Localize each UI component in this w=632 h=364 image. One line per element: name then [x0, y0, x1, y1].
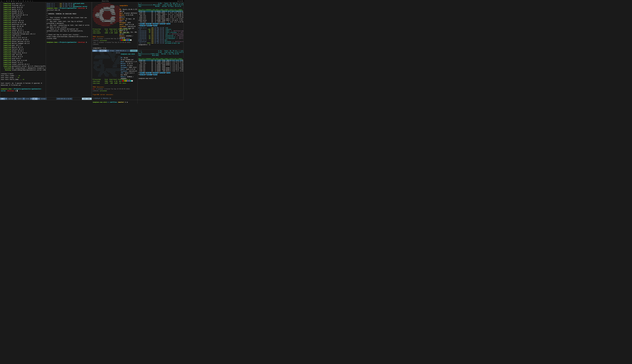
clock: 11:02: [179, 0, 183, 2]
tests-header: running 3 tests: [1, 73, 45, 75]
tmux-tab[interactable]: gm *: [32, 98, 38, 100]
compile-line: Compiling pear v0.1.2: [1, 44, 45, 46]
htop-process-row[interactable]: 2549 ian 20 0 127M 3700 3032 R 0.7 0.1 5…: [138, 60, 183, 61]
status-datetime: 2019-09-25 ❮ 11:02: [56, 98, 72, 100]
tray-icon[interactable]: ◑: [6, 0, 7, 2]
compile-line: Compiling diesel_derives v1.4.0: [1, 40, 45, 42]
system-topbar: ❯_ ⬨ ◑ ⬡ ▦ ◧ ✎ ◀ ≈ ☰ ⊕ ▶ ⌾ ✎ Alacritty ●…: [0, 0, 184, 2]
compile-line: Compiling base64 v0.10.1: [1, 12, 45, 14]
shell-prompt[interactable]: ian@ians-imac:~/Projects/goalmonitor (de…: [47, 41, 91, 43]
neofetch-macmini-pane[interactable]: ::::. '::::: ::::' '::::: ':::::. ::::' …: [92, 50, 138, 104]
htop-macmini-pane[interactable]: 1 [ 0.7%] Tasks: 36, 59 thr; 1 running 2…: [138, 50, 184, 104]
compile-line: Compiling failure v0.1.5: [1, 48, 45, 50]
sysinfo-row: Uptime: 15 days, 20 hours, 15: [120, 18, 137, 22]
htop-process-row[interactable]: 1568 root 20 0 416M 14176 S 0.0 0.7 2:37…: [138, 17, 183, 18]
compile-line: Compiling devise v0.2.0: [1, 46, 45, 48]
compile-line: Compiling base64 v0.9.3: [1, 10, 45, 12]
neofetch-wibble-pane[interactable]: .-/+oossssoo+/-. `:+ssssssssssssssssss+:…: [92, 2, 138, 50]
tray-icon[interactable]: ⬨: [4, 0, 5, 2]
warning-bullet: * - Your cluster is open for any client …: [47, 17, 91, 20]
htop-process-row[interactable]: 22601 mysql 20 0 2168M 928M 2348 S 0.0 4…: [138, 20, 183, 21]
compile-line: Compiling backtrace v0.3.38: [1, 24, 45, 26]
tmux-tab[interactable]: cron: [25, 98, 30, 100]
ls-entry: drwxr-xr-x - ian 24 Sep 15:55 bin: [138, 39, 183, 41]
compile-line: Compiling mime v0.2.6: [1, 16, 45, 18]
ls-entry: lrwxrwxrwx ian 24 May 11:25 .vnc -> .dot…: [138, 33, 183, 35]
compile-line: Compiling filetime v0.2.7: [1, 4, 45, 6]
compile-line: Compiling dotenv v0.14.1: [1, 50, 45, 52]
compile-line: Compiling diesel v1.4.2: [1, 62, 45, 63]
compile-line: Compiling url v1.7.2: [1, 18, 45, 20]
compile-line: Compiling cookie v0.11.1: [1, 29, 45, 31]
shell-prompt[interactable]: ian@ians-mac-mini:~/.dotfiles (master) $…: [93, 101, 137, 103]
neofetch-user: ian@ians-mac-mini: [121, 53, 137, 55]
htop-process-row[interactable]: 995 root 20 0 391M 29292 S 0.0 1.4 34:09…: [138, 15, 183, 17]
htop-process-row[interactable]: 763 root 20 0 983M 75220 41848 S 0.0 2.0…: [138, 63, 183, 64]
compile-line: Compiling devise_core v0.2.0: [1, 37, 45, 39]
htop-function-keys[interactable]: F1Help F2Setup F3SearchF4FilterF5Tree F6…: [138, 23, 183, 26]
warning-bullet: * - Any user, even root, can log in with…: [47, 20, 91, 24]
shell-prompt[interactable]: ian@wibble:~ $: [138, 44, 183, 46]
sysinfo-row: Memory: 659MiB / 3692MiB: [121, 76, 137, 80]
cargo-build-pane[interactable]: Compiling atty v0.2.13 Compiling filetim…: [0, 2, 46, 98]
shell-prompt[interactable]: ian@ians-imac:~/Projects/goalmonitor (de…: [47, 7, 91, 11]
shell-prompt[interactable]: ian@ians-mac-mini:~ $: [138, 78, 183, 79]
ls-entry: .rw------- 13k ian 24 Sep 15:52 .viminfo: [138, 28, 183, 30]
tmux-sessions-header: TMUX Sessions:: [93, 86, 137, 88]
sysinfo-row: OS: NixOS 19.03.173506.2df: [121, 57, 137, 61]
htop-process-row[interactable]: 6512 ian 20 0 32352 1360 S 0.0 0.1 5:42.…: [138, 14, 183, 15]
compile-line: Compiling rocket_contrib v0.4.2: [1, 63, 45, 65]
compile-line: Compiling fsevent v0.4.0: [1, 20, 45, 22]
sysinfo-row: Shell: bash 4.4.23: [121, 68, 137, 70]
htop-header: PID USER PRI NI VIRT RES SHR S CPU% MEM%…: [138, 9, 183, 10]
compile-line: Compiling atty v0.2.13: [1, 3, 45, 4]
tray-icon[interactable]: ≈: [20, 0, 21, 2]
tmux-tab[interactable]: spinup: [7, 98, 14, 100]
tray-icon[interactable]: ☰: [23, 0, 24, 2]
session-name[interactable]: dev: [0, 98, 5, 100]
tray-icon[interactable]: ⬡: [8, 0, 10, 2]
cockroach-db-pane[interactable]: drwxr-xr-x - ian 25 Sep 10:54 cockroach-…: [46, 2, 92, 98]
ls-entry: drwxr-xr-x - ian 23 Sep 21:11 db: [47, 4, 91, 6]
htop-process-row[interactable]: 1190 ian 20 0 1066M 99M 30276 S 0.0 2.7 …: [138, 70, 183, 72]
tray-icon[interactable]: ⊕: [25, 0, 26, 2]
status-dot-icon: ●: [178, 0, 178, 2]
htop-process-row[interactable]: 1185 ian 20 0 1493M 444M S 0.0 12.0 1:59…: [138, 66, 183, 67]
window-title: Alacritty: [33, 0, 178, 2]
htop-process-row[interactable]: 1107 ian 20 0 1493M 444M 43596 S 0.0 12.…: [138, 61, 183, 63]
sysinfo-row: Memory: 1431MiB / 1993MiB: [120, 35, 137, 39]
compile-line: Compiling synstructure v0.10.2: [1, 39, 45, 40]
tray-icon[interactable]: ▶: [28, 0, 28, 2]
tray-icon[interactable]: ▦: [11, 0, 12, 2]
htop-process-row[interactable]: 1107 ian 20 0 1493M 444M 43596 S 0.0 12.…: [138, 67, 183, 69]
htop-wibble-pane[interactable]: 1 [ 0.0%] Tasks: 78, 109 thr; 1 running …: [138, 2, 184, 50]
compile-final: goalmonitor-server v0.1.0 (/Users/ian/Pr…: [12, 65, 46, 67]
htop-process-row[interactable]: 1181 ian 20 0 1493M 444M 43596 S 0.0 12.…: [138, 64, 183, 66]
htop-process-row[interactable]: 1185 ian 20 0 1493M 444M 43596 S 0.0 12.…: [138, 69, 183, 70]
test-result: test result: ok. 3 passed; 0 failed; 0 i…: [1, 82, 45, 86]
tigervnc-header: TigerVNC server sessions:: [93, 94, 137, 96]
htop-process-row[interactable]: 1593 ian 20 0 391M 29292 S 0.7 1.4 3:31.…: [138, 12, 183, 14]
tray-icon[interactable]: ⌾: [30, 0, 30, 2]
sysinfo-row: Uptime: 21 mins: [121, 64, 137, 66]
compile-line: Compiling r2d2 v0.8.5: [1, 35, 45, 37]
sysinfo-row: Terminal: /dev/pts/0: [120, 26, 137, 28]
htop-process-row[interactable]: 474 root 20 0 391M 29292 S 0.0 1.4 5:10.…: [138, 21, 183, 23]
compile-line: Compiling toml v0.4.10: [1, 54, 45, 56]
warning-bullet: * - Any user, connecting as root, can re…: [47, 24, 91, 28]
sysinfo-row: Packages: 1969 (nix): [121, 66, 137, 68]
htop-process-row[interactable]: 1926 root 20 0 391M 29292 2348 S 0.0 1.4…: [138, 18, 183, 20]
shell-prompt[interactable]: ian@ians-imac:~/Projects/goalmonitor/goa…: [1, 88, 45, 92]
tray-icon[interactable]: ◀: [18, 0, 19, 2]
tmux-tab[interactable]: table: [16, 98, 23, 100]
tmux-tab[interactable]: nixops: [40, 98, 47, 100]
tray-icon[interactable]: ◧: [14, 0, 14, 2]
sysinfo-row: Kernel: 4.19.72: [121, 62, 137, 64]
ls-entry: lrwxrwxrwx 28 ian 24 May 11:25 .vimrc ->…: [138, 30, 183, 32]
htop-process-row[interactable]: 21773 ian 20 0 32352 3332 R 0.7 0.3 0:02…: [138, 10, 183, 12]
color-palette: [120, 39, 137, 41]
tray-icon[interactable]: ✎: [16, 0, 16, 2]
shell-prompt[interactable]: ian@wibble:~ $ ▮: [93, 47, 137, 49]
app-icon[interactable]: ❯_: [1, 0, 2, 2]
htop-function-keys[interactable]: F1Help F2Setup F3SearchF4FilterF5Tree F6…: [138, 72, 183, 76]
